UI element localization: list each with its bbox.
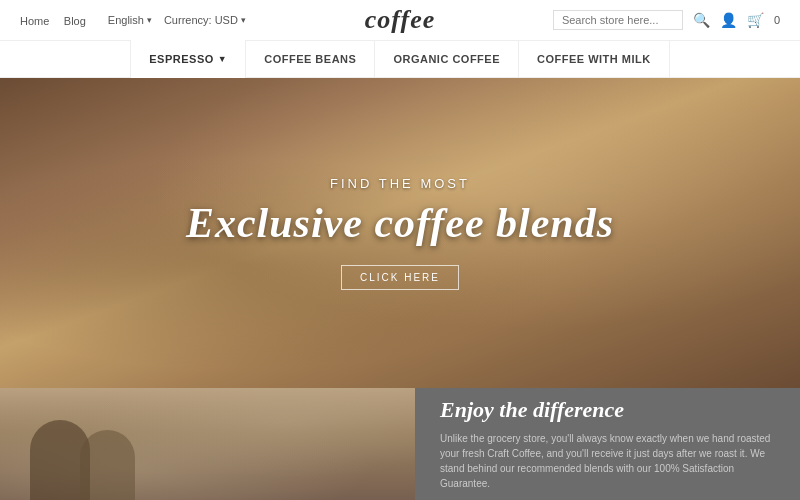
hero-cta-button[interactable]: CLICK HERE	[341, 265, 459, 290]
search-icon[interactable]: 🔍	[693, 12, 710, 28]
currency-label: Currency: USD	[164, 14, 238, 26]
bottom-section: Enjoy the difference Unlike the grocery …	[0, 388, 800, 500]
header: Home Blog English Currency: USD coffee 🔍…	[0, 0, 800, 40]
hero-title: Exclusive coffee blends	[186, 199, 614, 247]
nav-blog-link[interactable]: Blog	[64, 15, 86, 27]
search-input[interactable]	[553, 10, 683, 30]
hero-section: FIND THE MOST Exclusive coffee blends CL…	[0, 78, 800, 388]
bottom-photo	[0, 388, 415, 500]
header-nav: Home Blog	[20, 11, 96, 29]
espresso-dropdown-icon: ▼	[218, 54, 227, 64]
cart-icon[interactable]: 🛒	[747, 12, 764, 28]
language-selector[interactable]: English	[108, 14, 152, 26]
nav-organic-coffee[interactable]: ORGANIC COFFEE	[375, 40, 519, 78]
bottom-title: Enjoy the difference	[440, 397, 775, 423]
nav-espresso[interactable]: ESPRESSO ▼	[130, 40, 246, 78]
bottom-photo-overlay	[0, 388, 415, 500]
header-right: 🔍 👤 🛒 0	[553, 10, 780, 30]
nav-coffee-beans[interactable]: COFFEE BEANS	[246, 40, 375, 78]
language-label: English	[108, 14, 144, 26]
nav-coffee-with-milk[interactable]: COFFEE WITH MILK	[519, 40, 670, 78]
cart-count: 0	[774, 14, 780, 26]
bottom-body: Unlike the grocery store, you'll always …	[440, 431, 775, 491]
site-logo[interactable]: coffee	[365, 5, 435, 35]
hero-subtitle: FIND THE MOST	[330, 176, 470, 191]
bottom-text-block: Enjoy the difference Unlike the grocery …	[415, 388, 800, 500]
header-left: Home Blog English Currency: USD	[20, 11, 246, 29]
account-icon[interactable]: 👤	[720, 12, 737, 28]
currency-selector[interactable]: Currency: USD	[164, 14, 246, 26]
main-navbar: ESPRESSO ▼ COFFEE BEANS ORGANIC COFFEE C…	[0, 40, 800, 78]
nav-home-link[interactable]: Home	[20, 15, 49, 27]
